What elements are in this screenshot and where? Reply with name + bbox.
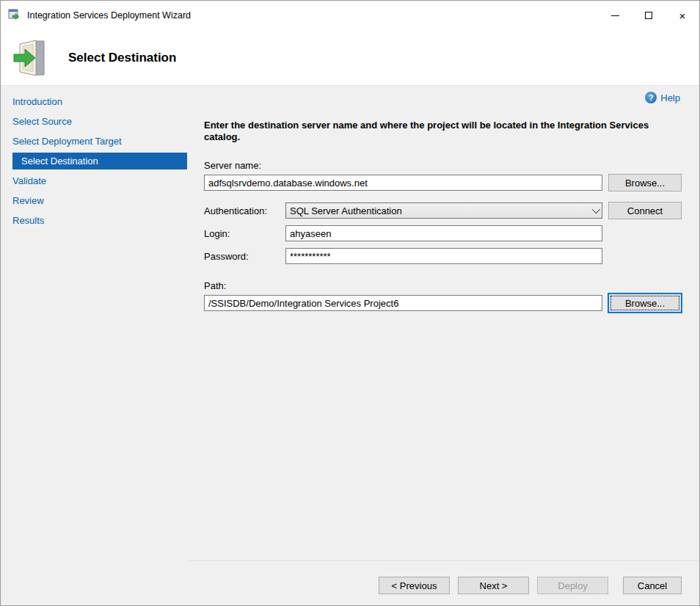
help-icon: ? bbox=[645, 92, 657, 103]
sidebar-item-validate[interactable]: Validate bbox=[1, 171, 189, 191]
close-icon: × bbox=[679, 10, 686, 21]
next-button[interactable]: Next > bbox=[458, 577, 529, 594]
help-link[interactable]: ? Help bbox=[645, 92, 680, 103]
previous-button[interactable]: < Previous bbox=[379, 577, 450, 594]
window-title: Integration Services Deployment Wizard bbox=[27, 10, 191, 21]
maximize-icon bbox=[645, 12, 652, 19]
sidebar-item-review[interactable]: Review bbox=[1, 191, 189, 211]
authentication-label: Authentication: bbox=[204, 205, 267, 216]
main-content: ? Help Enter the destination server name… bbox=[189, 86, 699, 561]
footer-bar: < Previous Next > Deploy Cancel bbox=[189, 561, 699, 605]
server-name-label: Server name: bbox=[204, 160, 261, 171]
wizard-steps-sidebar: Introduction Select Source Select Deploy… bbox=[1, 86, 189, 605]
password-label: Password: bbox=[204, 251, 249, 262]
server-name-input[interactable] bbox=[204, 175, 602, 191]
sidebar-item-select-destination[interactable]: Select Destination bbox=[12, 153, 187, 169]
connect-button[interactable]: Connect bbox=[608, 202, 682, 219]
path-browse-button[interactable]: Browse... bbox=[608, 293, 682, 313]
login-input[interactable] bbox=[285, 225, 602, 241]
minimize-button[interactable] bbox=[598, 1, 632, 30]
chevron-down-icon bbox=[588, 203, 602, 218]
wizard-step-icon bbox=[12, 38, 52, 78]
password-input[interactable] bbox=[285, 248, 602, 264]
wizard-header: Select Destination bbox=[1, 30, 699, 86]
authentication-select[interactable]: SQL Server Authentication bbox=[285, 202, 602, 219]
cancel-button[interactable]: Cancel bbox=[623, 577, 682, 594]
app-icon bbox=[8, 9, 21, 22]
authentication-selected-option: SQL Server Authentication bbox=[290, 205, 588, 216]
wizard-window: Integration Services Deployment Wizard ×… bbox=[0, 0, 700, 606]
maximize-button[interactable] bbox=[632, 1, 666, 30]
server-browse-button[interactable]: Browse... bbox=[608, 174, 682, 191]
window-controls: × bbox=[598, 1, 699, 30]
path-input[interactable] bbox=[204, 295, 602, 311]
path-label: Path: bbox=[204, 280, 226, 291]
help-label: Help bbox=[660, 92, 680, 103]
sidebar-item-results[interactable]: Results bbox=[1, 211, 189, 230]
deploy-button: Deploy bbox=[537, 577, 608, 594]
close-button[interactable]: × bbox=[666, 1, 699, 30]
instruction-text: Enter the destination server name and wh… bbox=[204, 120, 685, 143]
title-bar: Integration Services Deployment Wizard × bbox=[1, 1, 699, 30]
sidebar-item-select-source[interactable]: Select Source bbox=[1, 112, 189, 131]
login-label: Login: bbox=[204, 228, 230, 239]
page-title: Select Destination bbox=[68, 51, 176, 65]
minimize-icon bbox=[611, 15, 619, 16]
sidebar-item-introduction[interactable]: Introduction bbox=[1, 92, 189, 112]
sidebar-item-select-deployment-target[interactable]: Select Deployment Target bbox=[1, 131, 189, 151]
